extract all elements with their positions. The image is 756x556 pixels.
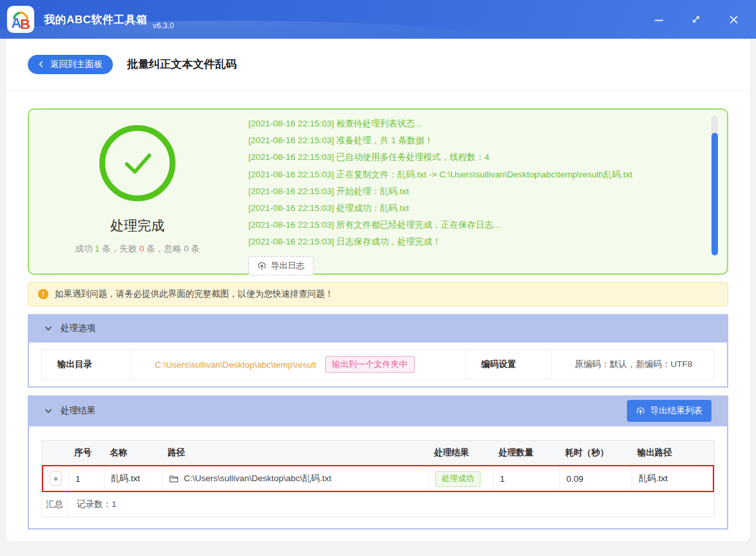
- name-cell: 乱码.txt: [104, 466, 163, 491]
- options-section-title: 处理选项: [61, 323, 95, 334]
- results-section-header[interactable]: 处理结果 导出结果列表: [28, 395, 728, 426]
- maximize-icon[interactable]: [690, 14, 702, 25]
- folder-icon: [169, 475, 179, 483]
- output-dir-path: C:\Users\sullivan\Desktop\abc\temp\resul…: [155, 360, 317, 370]
- output-dir-label: 输出目录: [42, 350, 131, 379]
- log-line: [2021-08-16 22:15:03] 处理成功：乱码.txt: [248, 200, 690, 217]
- log-line: [2021-08-16 22:15:03] 正在复制文件：乱码.txt -> C…: [248, 166, 690, 183]
- summary-label: 汇总: [42, 492, 68, 517]
- table-header-cell: 输出路径: [631, 441, 714, 464]
- table-header-row: 序号名称路径处理结果处理数量耗时（秒）输出路径: [42, 441, 714, 465]
- chevron-down-icon: [45, 407, 52, 415]
- options-section-body: 输出目录 C:\Users\sullivan\Desktop\abc\temp\…: [28, 343, 728, 388]
- app-logo-icon: A B: [6, 5, 35, 34]
- fail-count: 0: [139, 244, 144, 253]
- expand-row-button[interactable]: +: [50, 472, 62, 486]
- options-section-header[interactable]: 处理选项: [28, 314, 728, 343]
- notice-text: 如果遇到问题，请务必提供此界面的完整截图，以便为您快速排查问题！: [55, 288, 333, 300]
- scrollbar-thumb[interactable]: [711, 133, 718, 255]
- table-header-cell: 名称: [103, 441, 161, 464]
- file-path: C:\Users\sullivan\Desktop\abc\乱码.txt: [184, 473, 332, 484]
- export-results-button[interactable]: 导出结果列表: [627, 400, 711, 422]
- expand-cell: +: [43, 466, 69, 491]
- chevron-down-icon: [45, 324, 52, 332]
- output-dir-value-cell: C:\Users\sullivan\Desktop\abc\temp\resul…: [131, 350, 465, 379]
- summary-value: 记录数：1: [68, 492, 714, 517]
- output-mode-badge: 输出到一个文件夹中: [325, 356, 415, 373]
- log-scrollbar[interactable]: [711, 115, 718, 269]
- page-header: 返回到主面板 批量纠正文本文件乱码: [6, 39, 750, 90]
- log-line: [2021-08-16 22:15:03] 已自动使用多任务处理模式，线程数：4: [248, 149, 690, 166]
- export-log-label: 导出日志: [271, 260, 304, 272]
- time-cell: 0.09: [560, 466, 632, 491]
- table-header-cell: 序号: [68, 441, 103, 464]
- result-panel: 处理完成 成功 1 条，失败 0 条，忽略 0 条 [2021-08-16 22…: [28, 108, 728, 275]
- table-header-cell: 处理数量: [492, 441, 559, 464]
- status-title: 处理完成: [110, 217, 164, 235]
- back-button[interactable]: 返回到主面板: [28, 55, 113, 74]
- results-section-body: 序号名称路径处理结果处理数量耗时（秒）输出路径 + 1 乱码.txt C:\Us…: [28, 426, 728, 530]
- export-icon: [257, 261, 266, 270]
- log-line: [2021-08-16 22:15:03] 日志保存成功，处理完成！: [248, 233, 690, 250]
- log-area: [2021-08-16 22:15:03] 检查待处理列表状态...[2021-…: [246, 110, 727, 273]
- window-controls: [653, 14, 744, 25]
- index-cell: 1: [69, 466, 104, 491]
- log-line: [2021-08-16 22:15:03] 准备处理，共 1 条数据！: [248, 132, 690, 149]
- log-line: [2021-08-16 22:15:03] 开始处理：乱码.txt: [248, 183, 690, 200]
- status-badge: 处理成功: [435, 471, 481, 487]
- result-summary: 处理完成 成功 1 条，失败 0 条，忽略 0 条: [29, 110, 246, 273]
- stats-text: 条: [189, 244, 200, 253]
- back-button-label: 返回到主面板: [50, 59, 103, 70]
- svg-text:B: B: [20, 16, 30, 32]
- page-title: 批量纠正文本文件乱码: [127, 57, 237, 72]
- result-stats: 成功 1 条，失败 0 条，忽略 0 条: [75, 243, 200, 255]
- count-cell: 1: [493, 466, 560, 491]
- log-line: [2021-08-16 22:15:03] 所有文件都已经处理完成，正在保存日志…: [248, 217, 690, 233]
- status-cell: 处理成功: [429, 466, 493, 491]
- results-table: 序号名称路径处理结果处理数量耗时（秒）输出路径 + 1 乱码.txt C:\Us…: [41, 440, 715, 517]
- export-icon: [636, 406, 645, 415]
- table-header-cell: [42, 441, 68, 464]
- warning-icon: !: [38, 289, 48, 299]
- success-check-icon: [99, 125, 175, 201]
- titlebar: A B 我的ABC软件工具箱 v6.3.0: [0, 0, 756, 39]
- export-log-button[interactable]: 导出日志: [248, 256, 313, 275]
- log-line: [2021-08-16 22:15:03] 检查待处理列表状态...: [248, 115, 690, 132]
- table-header-cell: 耗时（秒）: [559, 441, 631, 464]
- stats-text: 条，失败: [99, 244, 139, 253]
- table-header-cell: 处理结果: [428, 441, 492, 464]
- app-version: v6.3.0: [153, 21, 174, 39]
- main-card: 返回到主面板 批量纠正文本文件乱码 处理完成 成功 1 条，失败 0 条，忽略 …: [5, 39, 751, 542]
- path-cell: C:\Users\sullivan\Desktop\abc\乱码.txt: [163, 466, 429, 491]
- results-section-title: 处理结果: [61, 405, 95, 417]
- chevron-left-icon: [38, 61, 45, 68]
- export-results-label: 导出结果列表: [650, 405, 702, 417]
- stats-text: 成功: [75, 244, 95, 253]
- table-header-cell: 路径: [161, 441, 428, 464]
- options-section: 处理选项 输出目录 C:\Users\sullivan\Desktop\abc\…: [28, 314, 728, 388]
- log-list: [2021-08-16 22:15:03] 检查待处理列表状态...[2021-…: [248, 115, 690, 251]
- notice-bar: ! 如果遇到问题，请务必提供此界面的完整截图，以便为您快速排查问题！: [28, 282, 728, 306]
- output-cell: 乱码.txt: [632, 466, 713, 491]
- options-row: 输出目录 C:\Users\sullivan\Desktop\abc\temp\…: [41, 349, 715, 380]
- table-row[interactable]: + 1 乱码.txt C:\Users\sullivan\Desktop\abc…: [42, 465, 714, 492]
- results-header-left: 处理结果: [45, 405, 95, 417]
- close-icon[interactable]: [728, 14, 739, 25]
- stats-text: 条，忽略: [144, 244, 184, 253]
- encoding-label: 编码设置: [465, 350, 551, 379]
- results-section: 处理结果 导出结果列表 序号名称路径处理结果处理数量耗时（秒）输出路径 + 1 …: [28, 395, 728, 530]
- ignore-count: 0: [184, 244, 189, 253]
- encoding-value: 原编码：默认，新编码：UTF8: [551, 350, 714, 379]
- app-title: 我的ABC软件工具箱: [44, 12, 148, 27]
- table-summary-row: 汇总 记录数：1: [42, 492, 714, 517]
- minimize-icon[interactable]: [653, 14, 664, 25]
